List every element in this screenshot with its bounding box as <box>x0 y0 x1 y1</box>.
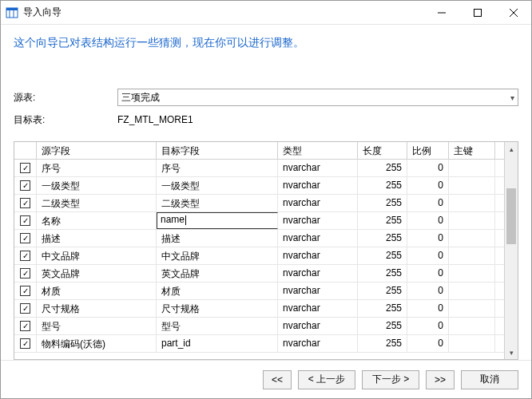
pk-cell[interactable] <box>449 212 495 229</box>
maximize-button[interactable] <box>459 1 495 24</box>
target-field-cell[interactable]: 一级类型 <box>157 177 278 194</box>
type-cell[interactable]: nvarchar <box>278 177 358 194</box>
row-checkbox[interactable] <box>14 230 37 247</box>
length-cell[interactable]: 255 <box>358 247 407 264</box>
pk-cell[interactable] <box>449 177 495 194</box>
row-checkbox[interactable] <box>14 195 37 211</box>
source-field-cell[interactable]: 材质 <box>37 282 157 299</box>
type-cell[interactable]: nvarchar <box>278 282 358 299</box>
table-row[interactable]: 序号序号nvarchar2550 <box>14 160 504 177</box>
length-cell[interactable]: 255 <box>358 282 407 299</box>
table-row[interactable]: 一级类型一级类型nvarchar2550 <box>14 177 504 195</box>
row-checkbox[interactable] <box>14 177 37 194</box>
source-field-cell[interactable]: 尺寸规格 <box>37 300 157 317</box>
target-field-cell[interactable]: part_id <box>157 335 278 352</box>
type-cell[interactable]: nvarchar <box>278 300 358 317</box>
type-cell[interactable]: nvarchar <box>278 247 358 264</box>
row-checkbox[interactable] <box>14 247 37 264</box>
ratio-cell[interactable]: 0 <box>407 160 449 176</box>
last-button[interactable]: >> <box>426 370 455 389</box>
next-button[interactable]: 下一步 > <box>362 370 419 389</box>
header-source[interactable]: 源字段 <box>37 142 157 159</box>
pk-cell[interactable] <box>449 160 495 176</box>
length-cell[interactable]: 255 <box>358 160 407 176</box>
first-button[interactable]: << <box>263 370 292 389</box>
source-field-cell[interactable]: 名称 <box>37 212 157 229</box>
pk-cell[interactable] <box>449 230 495 247</box>
target-field-cell[interactable]: 英文品牌 <box>157 265 278 282</box>
table-row[interactable]: 名称namenvarchar2550I <box>14 212 504 230</box>
length-cell[interactable]: 255 <box>358 265 407 282</box>
source-field-cell[interactable]: 物料编码(沃德) <box>37 335 157 352</box>
target-field-cell[interactable]: 描述 <box>157 230 278 247</box>
source-field-cell[interactable]: 描述 <box>37 230 157 247</box>
header-length[interactable]: 长度 <box>358 142 407 159</box>
pk-cell[interactable] <box>449 282 495 299</box>
ratio-cell[interactable]: 0 <box>407 247 449 264</box>
row-checkbox[interactable] <box>14 318 37 334</box>
ratio-cell[interactable]: 0 <box>407 195 449 211</box>
length-cell[interactable]: 255 <box>358 177 407 194</box>
table-row[interactable]: 二级类型二级类型nvarchar2550 <box>14 195 504 212</box>
pk-cell[interactable] <box>449 195 495 211</box>
minimize-button[interactable] <box>423 1 459 24</box>
row-checkbox[interactable] <box>14 335 37 352</box>
scroll-up-icon[interactable]: ▴ <box>505 142 518 156</box>
scroll-down-icon[interactable]: ▾ <box>505 346 518 359</box>
type-cell[interactable]: nvarchar <box>278 160 358 176</box>
header-target[interactable]: 目标字段 <box>157 142 278 159</box>
type-cell[interactable]: nvarchar <box>278 335 358 352</box>
table-row[interactable]: 描述描述nvarchar2550 <box>14 230 504 247</box>
source-table-select[interactable]: 三项完成 ▾ <box>117 89 518 106</box>
type-cell[interactable]: nvarchar <box>278 265 358 282</box>
type-cell[interactable]: nvarchar <box>278 195 358 211</box>
row-checkbox[interactable] <box>14 265 37 282</box>
target-field-cell[interactable]: 序号 <box>157 160 278 176</box>
source-field-cell[interactable]: 中文品牌 <box>37 247 157 264</box>
scroll-thumb[interactable] <box>506 188 516 244</box>
source-field-cell[interactable]: 序号 <box>37 160 157 176</box>
header-ratio[interactable]: 比例 <box>407 142 449 159</box>
pk-cell[interactable] <box>449 247 495 264</box>
pk-cell[interactable] <box>449 265 495 282</box>
length-cell[interactable]: 255 <box>358 212 407 229</box>
source-field-cell[interactable]: 二级类型 <box>37 195 157 211</box>
source-field-cell[interactable]: 英文品牌 <box>37 265 157 282</box>
length-cell[interactable]: 255 <box>358 335 407 352</box>
source-field-cell[interactable]: 一级类型 <box>37 177 157 194</box>
header-pk[interactable]: 主键 <box>449 142 495 159</box>
ratio-cell[interactable]: 0 <box>407 177 449 194</box>
target-field-cell[interactable]: 二级类型 <box>157 195 278 211</box>
target-field-input[interactable]: name <box>157 212 278 229</box>
table-row[interactable]: 中文品牌中文品牌nvarchar2550 <box>14 247 504 265</box>
pk-cell[interactable] <box>449 335 495 352</box>
ratio-cell[interactable]: 0 <box>407 212 449 229</box>
cancel-button[interactable]: 取消 <box>461 370 518 389</box>
target-field-cell[interactable]: 型号 <box>157 318 278 334</box>
row-checkbox[interactable] <box>14 160 37 176</box>
pk-cell[interactable] <box>449 300 495 317</box>
ratio-cell[interactable]: 0 <box>407 230 449 247</box>
ratio-cell[interactable]: 0 <box>407 318 449 334</box>
header-type[interactable]: 类型 <box>278 142 358 159</box>
ratio-cell[interactable]: 0 <box>407 300 449 317</box>
length-cell[interactable]: 255 <box>358 300 407 317</box>
pk-cell[interactable] <box>449 318 495 334</box>
type-cell[interactable]: nvarchar <box>278 318 358 334</box>
length-cell[interactable]: 255 <box>358 230 407 247</box>
table-row[interactable]: 物料编码(沃德)part_idnvarchar2550 <box>14 335 504 353</box>
type-cell[interactable]: nvarchar <box>278 212 358 229</box>
row-checkbox[interactable] <box>14 212 37 229</box>
table-row[interactable]: 型号型号nvarchar2550 <box>14 318 504 335</box>
ratio-cell[interactable]: 0 <box>407 335 449 352</box>
source-field-cell[interactable]: 型号 <box>37 318 157 334</box>
ratio-cell[interactable]: 0 <box>407 265 449 282</box>
target-field-cell[interactable]: 材质 <box>157 282 278 299</box>
target-field-cell[interactable]: 尺寸规格 <box>157 300 278 317</box>
length-cell[interactable]: 255 <box>358 318 407 334</box>
close-button[interactable] <box>495 1 531 24</box>
table-row[interactable]: 英文品牌英文品牌nvarchar2550 <box>14 265 504 282</box>
target-field-cell[interactable]: 中文品牌 <box>157 247 278 264</box>
row-checkbox[interactable] <box>14 300 37 317</box>
table-row[interactable]: 材质材质nvarchar2550 <box>14 282 504 300</box>
